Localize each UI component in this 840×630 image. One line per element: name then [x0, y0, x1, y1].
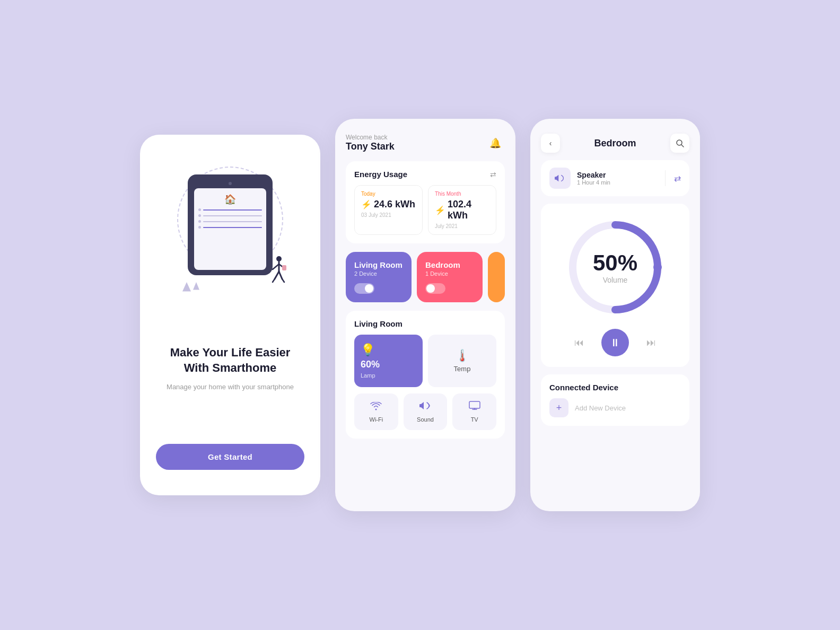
svg-line-2	[273, 264, 279, 269]
tv-icon	[469, 401, 480, 413]
bedroom-screen-title: Bedroom	[594, 138, 636, 149]
trees	[182, 282, 199, 294]
wifi-tile[interactable]: Wi-Fi	[354, 393, 398, 430]
temp-label: Temp	[454, 365, 471, 373]
sound-tile[interactable]: Sound	[404, 393, 448, 430]
slider-line	[203, 215, 262, 216]
month-label: This Month	[435, 191, 489, 197]
get-started-button[interactable]: Get Started	[156, 444, 304, 470]
energy-title: Energy Usage	[354, 170, 407, 179]
month-date: July 2021	[435, 223, 489, 229]
living-room-card[interactable]: Living Room 2 Device	[346, 252, 412, 302]
svg-line-13	[681, 145, 684, 147]
notification-bell-icon[interactable]: 🔔	[486, 134, 505, 153]
refresh-icon[interactable]: ⇄	[490, 170, 496, 179]
lamp-card[interactable]: 💡 60% Lamp	[354, 335, 423, 387]
walking-figure	[267, 255, 288, 288]
volume-text: 50% Volume	[593, 250, 637, 284]
month-value: 102.4 kWh	[448, 199, 489, 221]
connected-device-card: Connected Device + Add New Device	[541, 374, 689, 426]
add-device-row: + Add New Device	[549, 398, 681, 417]
welcome-text: Welcome back	[346, 134, 395, 141]
sound-label: Sound	[417, 416, 434, 423]
bolt-orange-icon: ⚡	[361, 199, 372, 209]
slider-dot	[198, 208, 201, 211]
living-room-section-title: Living Room	[354, 319, 496, 328]
today-value: 24.6 kWh	[374, 199, 415, 210]
wifi-icon	[370, 401, 382, 413]
lamp-label: Lamp	[361, 372, 375, 379]
toggle-knob	[365, 284, 373, 293]
svg-point-16	[653, 263, 662, 272]
lamp-icon: 💡	[361, 343, 375, 357]
svg-line-8	[282, 279, 284, 282]
bottom-devices: Wi-Fi Sound	[354, 393, 496, 430]
transfer-icon[interactable]: ⇄	[674, 173, 681, 183]
living-room-section: Living Room 💡 60% Lamp 🌡️ Temp	[346, 311, 505, 439]
slider-dot	[198, 226, 201, 229]
onboarding-subtitle: Manage your home with your smartphone	[156, 382, 304, 392]
slider-dot	[198, 220, 201, 223]
energy-header: Energy Usage ⇄	[354, 170, 496, 179]
svg-line-7	[273, 279, 275, 282]
wifi-label: Wi-Fi	[370, 416, 383, 423]
dashboard-screen: Welcome back Tony Stark 🔔 Energy Usage ⇄…	[335, 119, 515, 511]
onboarding-text: Make Your Life Easier With Smarthome Man…	[156, 345, 304, 392]
speaker-divider	[665, 170, 666, 186]
tv-tile[interactable]: TV	[452, 393, 496, 430]
slider-row-4	[198, 226, 262, 229]
living-room-devices: 2 Device	[354, 270, 403, 277]
illustration-area: 🏠	[172, 156, 288, 294]
energy-stats: Today ⚡ 24.6 kWh 03 July 2021 This Month…	[354, 185, 496, 235]
today-value-row: ⚡ 24.6 kWh	[361, 199, 416, 210]
speaker-info: Speaker 1 Hour 4 min	[577, 171, 657, 186]
today-stat-box: Today ⚡ 24.6 kWh 03 July 2021	[354, 185, 423, 235]
tablet-illustration: 🏠	[188, 174, 273, 275]
search-button[interactable]	[670, 134, 689, 153]
today-date: 03 July 2021	[361, 212, 416, 218]
previous-button[interactable]: ⏮	[570, 333, 589, 352]
next-button[interactable]: ⏭	[642, 333, 661, 352]
slider-row-2	[198, 214, 262, 217]
house-icon: 🏠	[224, 194, 236, 205]
bedroom-header: ‹ Bedroom	[541, 134, 689, 153]
speaker-time: 1 Hour 4 min	[577, 179, 657, 186]
living-room-toggle[interactable]	[354, 283, 374, 294]
bedroom-devices: 1 Device	[425, 270, 474, 277]
onboarding-screen: 🏠	[140, 135, 320, 495]
slider-line	[203, 227, 262, 228]
playback-controls: ⏮ ⏸ ⏭	[570, 329, 661, 356]
connected-title: Connected Device	[549, 383, 681, 392]
slider-row-3	[198, 220, 262, 223]
bolt-pink-icon: ⚡	[435, 205, 445, 215]
toggle-knob	[426, 284, 435, 293]
speaker-name: Speaker	[577, 171, 657, 179]
volume-circle[interactable]: 50% Volume	[562, 214, 668, 320]
sound-icon	[419, 401, 431, 413]
bedroom-toggle[interactable]	[425, 283, 445, 294]
add-device-icon[interactable]: +	[549, 398, 568, 417]
user-name: Tony Stark	[346, 141, 395, 152]
slider-row-1	[198, 208, 262, 211]
living-room-title: Living Room	[354, 260, 403, 269]
today-label: Today	[361, 191, 416, 197]
thermometer-icon: 🌡️	[455, 349, 469, 363]
speaker-icon	[549, 168, 571, 189]
pause-button[interactable]: ⏸	[601, 329, 629, 356]
energy-usage-card: Energy Usage ⇄ Today ⚡ 24.6 kWh 03 July …	[346, 161, 505, 243]
svg-line-5	[275, 272, 279, 279]
room-cards: Living Room 2 Device Bedroom 1 Device	[346, 252, 505, 302]
bedroom-screen: ‹ Bedroom Speaker 1 Hour 4 min ⇄	[530, 119, 700, 511]
slider-line	[203, 221, 262, 222]
add-device-label: Add New Device	[575, 404, 626, 412]
volume-card: 50% Volume ⏮ ⏸ ⏭	[541, 204, 689, 367]
top-devices: 💡 60% Lamp 🌡️ Temp	[354, 335, 496, 387]
back-button[interactable]: ‹	[541, 134, 560, 153]
search-icon	[676, 139, 684, 147]
bedroom-card[interactable]: Bedroom 1 Device	[417, 252, 483, 302]
tablet-camera	[229, 182, 232, 185]
tv-label: TV	[471, 416, 478, 423]
volume-label: Volume	[603, 276, 628, 284]
svg-line-6	[279, 272, 282, 279]
temp-card[interactable]: 🌡️ Temp	[428, 335, 496, 387]
